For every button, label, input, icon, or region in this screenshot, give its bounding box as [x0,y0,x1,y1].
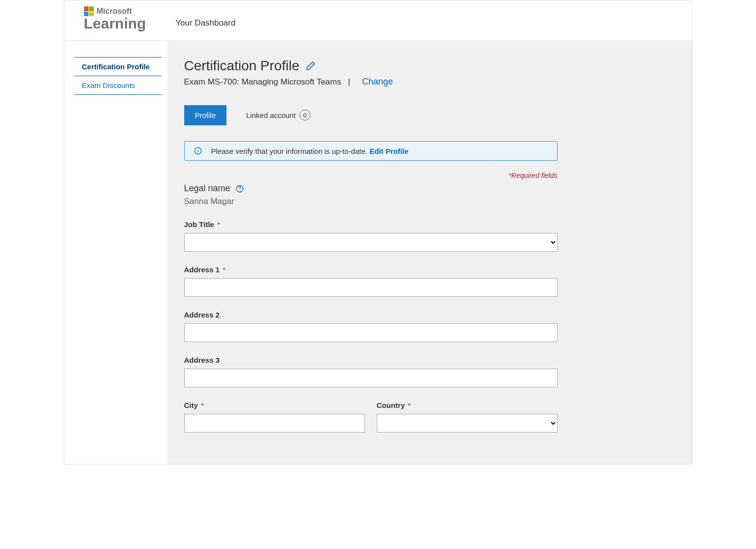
required-fields-note: *Required fields [184,172,558,179]
subtitle-divider: | [348,77,350,87]
address3-label: Address 3 [184,356,220,364]
your-dashboard-link[interactable]: Your Dashboard [175,18,235,32]
learning-text: Learning [84,15,146,32]
job-title-select[interactable] [184,233,558,252]
edit-profile-link[interactable]: Edit Profile [369,147,408,155]
country-label: Country * [377,401,411,409]
info-banner-text: Please verify that your information is u… [211,147,409,155]
country-select[interactable] [377,414,558,433]
address1-input[interactable] [184,278,558,297]
header: Microsoft Learning Your Dashboard [64,0,692,41]
info-banner: Please verify that your information is u… [184,141,558,161]
sidebar-item-certification-profile[interactable]: Certification Profile [74,57,162,76]
tab-linked-account[interactable]: Linked account 0 [235,104,321,126]
pencil-icon[interactable] [305,60,316,71]
sidebar-item-label: Exam Discounts [82,81,135,89]
address3-input[interactable] [184,369,558,387]
legal-name-label: Legal name [184,183,230,194]
city-label: City * [184,401,204,409]
address2-label: Address 2 [184,311,220,319]
microsoft-logo-row: Microsoft [84,6,146,16]
exam-subtitle-row: Exam MS-700: Managing Microsoft Teams | … [184,77,675,87]
change-link[interactable]: Change [362,77,393,87]
address2-input[interactable] [184,323,558,342]
exam-name: Exam MS-700: Managing Microsoft Teams [184,77,341,87]
address1-label: Address 1 * [184,265,226,274]
tabs: Profile Linked account 0 [184,104,675,126]
city-input[interactable] [184,414,365,433]
page-title: Certification Profile [184,58,300,74]
info-icon [194,146,202,155]
microsoft-text: Microsoft [97,7,132,16]
job-title-label: Job Title * [184,220,220,229]
linked-count-badge: 0 [300,110,310,120]
microsoft-logo-icon [84,6,94,16]
tab-profile[interactable]: Profile [184,105,227,125]
sidebar-item-label: Certification Profile [82,62,150,71]
sidebar: Certification Profile Exam Discounts [64,41,168,464]
help-icon[interactable] [235,184,244,193]
sidebar-item-exam-discounts[interactable]: Exam Discounts [74,76,162,95]
legal-name-value: Sanna Magar [184,197,558,206]
brand-area: Microsoft Learning [84,6,146,32]
tab-linked-label: Linked account [246,111,296,119]
content-area: Certification Profile Exam MS-700: Manag… [168,41,692,464]
